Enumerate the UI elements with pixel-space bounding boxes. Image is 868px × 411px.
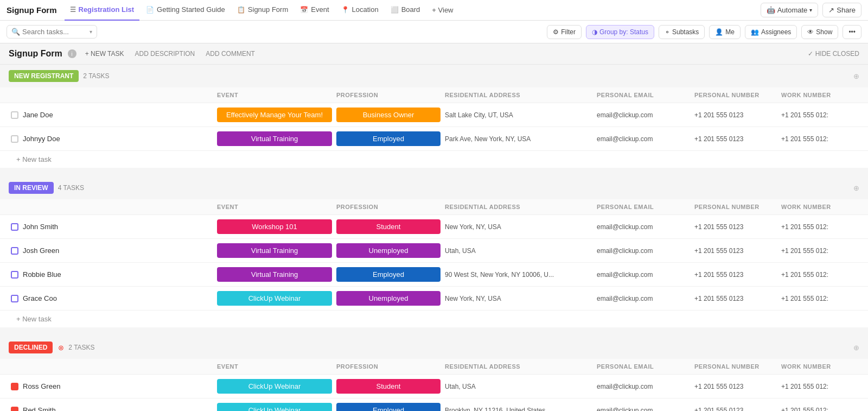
event-cell: Virtual Training (215, 241, 334, 260)
subtasks-button[interactable]: ⚬ Subtasks (659, 25, 705, 39)
address-cell: Park Ave, New York, NY, USA (443, 133, 595, 145)
tab-signup-form[interactable]: 📋 Signup Form (232, 0, 293, 21)
task-name-cell: Ross Green (9, 378, 215, 395)
main-content: NEW REGISTRANT 2 TASKS ⊕ EVENT PROFESSIO… (0, 65, 868, 411)
task-name: Jane Doe (23, 111, 53, 119)
table-declined: EVENT PROFESSION RESIDENTIAL ADDRESS PER… (0, 359, 868, 411)
new-task-row-new-registrant[interactable]: + New task (0, 151, 868, 168)
person-icon: 👤 (715, 28, 723, 36)
profession-badge[interactable]: Employed (336, 403, 441, 411)
profession-badge[interactable]: Student (336, 379, 441, 394)
profession-badge[interactable]: Business Owner (336, 108, 441, 122)
nav-right: 🤖 Automate ▾ ↗ Share (761, 3, 861, 17)
profession-badge[interactable]: Employed (336, 131, 441, 146)
more-options-button[interactable]: ••• (843, 25, 861, 39)
form-icon: 📋 (237, 6, 245, 14)
col-personal-number: PERSONAL NUMBER (692, 203, 779, 211)
add-description-button[interactable]: ADD DESCRIPTION (132, 49, 199, 59)
work-number-cell: +1 201 555 012: (779, 381, 866, 393)
add-comment-button[interactable]: ADD COMMENT (202, 49, 258, 59)
share-button[interactable]: ↗ Share (822, 3, 861, 17)
hide-closed-button[interactable]: ✓ HIDE CLOSED (808, 50, 859, 58)
search-input[interactable] (22, 28, 87, 36)
address-cell: Utah, USA (443, 381, 595, 393)
me-label: Me (725, 28, 735, 36)
task-checkbox[interactable] (11, 111, 18, 119)
show-button[interactable]: 👁 Show (801, 25, 838, 39)
task-checkbox[interactable] (11, 247, 18, 255)
event-badge[interactable]: Virtual Training (217, 131, 332, 146)
share-icon: ↗ (828, 6, 834, 14)
table-header-in-review: EVENT PROFESSION RESIDENTIAL ADDRESS PER… (0, 199, 868, 215)
automate-button[interactable]: 🤖 Automate ▾ (761, 3, 819, 17)
add-col-icon-declined[interactable]: ⊕ (853, 344, 859, 352)
subtasks-label: Subtasks (672, 28, 699, 36)
tab-board[interactable]: ⬜ Board (385, 0, 426, 21)
event-badge[interactable]: ClickUp Webinar (217, 379, 332, 394)
col-event: EVENT (215, 362, 334, 371)
section-badge-declined[interactable]: DECLINED (9, 342, 53, 353)
table-row[interactable]: Ross Green ClickUp Webinar Student Utah,… (0, 375, 868, 399)
info-icon[interactable]: i (68, 49, 76, 58)
task-checkbox[interactable] (11, 295, 18, 302)
tab-event[interactable]: 📅 Event (295, 0, 334, 21)
tab-getting-started-label: Getting Started Guide (157, 5, 225, 14)
new-task-row-in-review[interactable]: + New task (0, 311, 868, 327)
task-checkbox[interactable] (11, 407, 18, 412)
work-number-cell: +1 201 555 012: (779, 245, 866, 257)
table-in-review: EVENT PROFESSION RESIDENTIAL ADDRESS PER… (0, 199, 868, 327)
section-badge-new-registrant[interactable]: NEW REGISTRANT (9, 70, 79, 82)
filter-button[interactable]: ⚙ Filter (547, 25, 582, 39)
table-row[interactable]: Grace Coo ClickUp Webinar Unemployed New… (0, 287, 868, 311)
event-badge[interactable]: Effectively Manage Your Team! (217, 108, 332, 122)
task-checkbox[interactable] (11, 135, 18, 143)
table-new-registrant: EVENT PROFESSION RESIDENTIAL ADDRESS PER… (0, 87, 868, 168)
section-badge-in-review[interactable]: IN REVIEW (9, 182, 54, 194)
address-cell: Utah, USA (443, 245, 595, 257)
task-name-cell: Red Smith (9, 402, 215, 411)
table-row[interactable]: Robbie Blue Virtual Training Employed 90… (0, 263, 868, 287)
profession-cell: Business Owner (334, 105, 443, 124)
add-view-button[interactable]: + View (426, 3, 458, 17)
profession-cell: Student (334, 217, 443, 236)
tab-registration-list[interactable]: ☰ Registration List (65, 0, 140, 21)
task-name: John Smith (23, 223, 58, 231)
table-row[interactable]: Josh Green Virtual Training Unemployed U… (0, 239, 868, 263)
task-checkbox[interactable] (11, 271, 18, 279)
add-col-icon-new-registrant[interactable]: ⊕ (853, 72, 859, 80)
personal-number-cell: +1 201 555 0123 (692, 109, 779, 121)
table-row[interactable]: Johnyy Doe Virtual Training Employed Par… (0, 127, 868, 151)
event-badge[interactable]: Workshop 101 (217, 219, 332, 234)
new-task-button[interactable]: + NEW TASK (82, 49, 127, 59)
table-row[interactable]: Red Smith ClickUp Webinar Employed Brook… (0, 399, 868, 411)
event-badge[interactable]: Virtual Training (217, 243, 332, 258)
task-checkbox[interactable] (11, 383, 18, 390)
event-badge[interactable]: ClickUp Webinar (217, 403, 332, 411)
task-name-cell: Grace Coo (9, 290, 215, 307)
group-by-button[interactable]: ◑ Group by: Status (586, 25, 654, 39)
toolbar: 🔍 ▾ ⚙ Filter ◑ Group by: Status ⚬ Subtas… (0, 21, 868, 43)
event-cell: Virtual Training (215, 129, 334, 148)
profession-cell: Unemployed (334, 241, 443, 260)
table-row[interactable]: John Smith Workshop 101 Student New York… (0, 215, 868, 239)
table-row[interactable]: Jane Doe Effectively Manage Your Team! B… (0, 103, 868, 127)
event-badge[interactable]: ClickUp Webinar (217, 291, 332, 306)
profession-badge[interactable]: Unemployed (336, 291, 441, 306)
me-button[interactable]: 👤 Me (709, 25, 741, 39)
work-number-cell: +1 201 555 012: (779, 133, 866, 145)
automate-icon: 🤖 (767, 6, 775, 14)
search-box[interactable]: 🔍 ▾ (7, 25, 97, 39)
profession-badge[interactable]: Employed (336, 267, 441, 282)
board-icon: ⬜ (391, 6, 399, 14)
tab-getting-started[interactable]: 📄 Getting Started Guide (141, 0, 231, 21)
add-col-icon-in-review[interactable]: ⊕ (853, 184, 859, 192)
profession-badge[interactable]: Student (336, 219, 441, 234)
assignees-button[interactable]: 👥 Assignees (745, 25, 797, 39)
profession-badge[interactable]: Unemployed (336, 243, 441, 258)
section-task-count-in-review: 4 TASKS (58, 184, 84, 192)
search-icon: 🔍 (11, 28, 20, 36)
tab-location[interactable]: 📍 Location (336, 0, 384, 21)
task-checkbox[interactable] (11, 223, 18, 231)
email-cell: email@clickup.com (595, 133, 692, 145)
event-badge[interactable]: Virtual Training (217, 267, 332, 282)
